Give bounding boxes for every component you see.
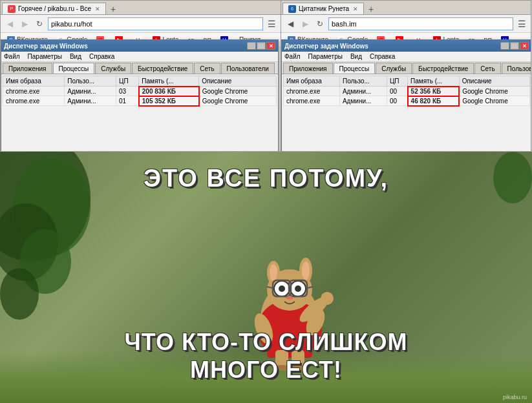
left-p1-user: Админи...: [65, 87, 116, 96]
right-address-bar[interactable]: [328, 17, 513, 30]
left-col-desc[interactable]: Описание: [199, 76, 277, 87]
left-process-table: Имя образа Пользо... ЦП Память (... Опис…: [3, 76, 277, 107]
left-menu-help[interactable]: Справка: [89, 53, 114, 60]
left-tab-label: Горячее / pikabu.ru - Все: [18, 5, 91, 12]
left-taskm-menu: Файл Параметры Вид Справка: [1, 52, 278, 62]
left-p1-desc: Google Chrome: [199, 87, 277, 96]
right-tab-perf[interactable]: Быстродействие: [412, 63, 474, 74]
left-browser-window: P Горячее / pikabu.ru - Все ✕ + ◀ ▶ ↻ ☰ …: [0, 0, 281, 152]
right-col-desc[interactable]: Описание: [459, 76, 529, 87]
right-browser-window: б Цитатник Рунета ✕ + ◀ ▶ ↻ ☰ ВВКонтакте…: [281, 0, 531, 152]
meme-text-bottom: ЧТО КТО-ТО СЛИШКОМ МНОГО ЕСТ!: [0, 328, 532, 384]
table-row: chrome.exe Админи... 03 200 836 КБ Googl…: [3, 87, 277, 96]
right-tab-favicon: б: [288, 5, 296, 13]
right-col-name[interactable]: Имя образа: [284, 76, 340, 87]
left-menu-btn[interactable]: ☰: [265, 17, 278, 30]
right-p2-mem: 46 820 КБ: [408, 96, 460, 106]
left-tab-close[interactable]: ✕: [95, 6, 100, 12]
right-p2-name: chrome.exe: [284, 96, 340, 106]
left-process-table-container: Имя образа Пользо... ЦП Память (... Опис…: [1, 74, 278, 132]
right-tab-services[interactable]: Службы: [376, 63, 412, 74]
left-active-tab[interactable]: P Горячее / pikabu.ru - Все ✕: [2, 3, 106, 14]
right-taskm-menu: Файл Параметры Вид Справка: [282, 52, 531, 62]
right-task-manager: Диспетчер задач Windows _ □ ✕ Файл Парам…: [281, 39, 531, 152]
svg-point-8: [302, 262, 310, 280]
left-tab-users[interactable]: Пользователи: [221, 63, 275, 74]
left-taskm-tabs: Приложения Процессы Службы Быстродействи…: [1, 62, 278, 74]
svg-point-7: [270, 264, 277, 281]
right-taskm-tabs: Приложения Процессы Службы Быстродействи…: [282, 62, 531, 74]
left-menu-view[interactable]: Вид: [70, 53, 81, 60]
left-col-user[interactable]: Пользо...: [65, 76, 116, 87]
right-col-mem[interactable]: Память (...: [408, 76, 460, 87]
right-taskm-title: Диспетчер задач Windows _ □ ✕: [282, 40, 531, 52]
right-menu-help[interactable]: Справка: [370, 53, 395, 60]
left-address-bar[interactable]: [48, 17, 263, 30]
right-tab-bar: б Цитатник Рунета ✕ +: [281, 1, 531, 15]
left-p2-name: chrome.exe: [3, 96, 65, 106]
right-new-tab[interactable]: +: [365, 4, 377, 14]
right-taskm-minimize[interactable]: _: [500, 42, 509, 50]
right-p1-desc: Google Chrome: [459, 87, 529, 96]
table-row: chrome.exe Админи... 01 105 352 КБ Googl…: [3, 96, 277, 106]
left-taskm-close[interactable]: ✕: [266, 42, 275, 50]
svg-point-16: [279, 285, 285, 292]
right-col-cpu[interactable]: ЦП: [387, 76, 407, 87]
meme-text-top: ЭТО ВСЕ ПОТОМУ,: [0, 165, 532, 192]
right-reload-btn[interactable]: ↻: [314, 17, 326, 30]
right-p1-mem: 52 356 КБ: [408, 87, 460, 96]
right-process-table: Имя образа Пользо... ЦП Память (... Опис…: [283, 76, 530, 107]
right-menu-params[interactable]: Параметры: [308, 53, 343, 60]
right-p2-user: Админи...: [339, 96, 387, 106]
svg-point-18: [286, 296, 293, 300]
meme-background: ЭТО ВСЕ ПОТОМУ,: [0, 152, 532, 403]
left-col-mem[interactable]: Память (...: [139, 76, 199, 87]
left-tab-network[interactable]: Сеть: [194, 63, 220, 74]
right-tab-close[interactable]: ✕: [353, 6, 358, 12]
left-col-cpu[interactable]: ЦП: [116, 76, 139, 87]
right-tab-apps[interactable]: Приложения: [283, 63, 333, 74]
left-p2-user: Админи...: [65, 96, 116, 106]
right-tab-processes[interactable]: Процессы: [334, 63, 376, 74]
left-tab-perf[interactable]: Быстродействие: [132, 63, 193, 74]
left-tab-apps[interactable]: Приложения: [3, 63, 52, 74]
right-process-table-container: Имя образа Пользо... ЦП Память (... Опис…: [282, 74, 531, 132]
right-forward-btn[interactable]: ▶: [299, 17, 312, 30]
left-forward-btn[interactable]: ▶: [18, 17, 31, 30]
left-taskm-minimize[interactable]: _: [247, 42, 256, 50]
left-p1-cpu: 03: [116, 87, 139, 96]
right-back-btn[interactable]: ◀: [284, 17, 297, 30]
left-menu-params[interactable]: Параметры: [28, 53, 62, 60]
left-tab-processes[interactable]: Процессы: [53, 63, 95, 74]
right-tab-network[interactable]: Сеть: [474, 63, 500, 74]
right-p2-desc: Google Chrome: [459, 96, 529, 106]
left-new-tab[interactable]: +: [107, 4, 119, 14]
left-menu-file[interactable]: Файл: [4, 53, 20, 60]
left-nav-bar: ◀ ▶ ↻ ☰: [1, 15, 281, 33]
right-menu-btn[interactable]: ☰: [515, 17, 528, 30]
right-tab-users[interactable]: Пользова...: [502, 63, 531, 74]
left-taskm-title: Диспетчер задач Windows _ □ ✕: [1, 40, 278, 52]
right-taskm-title-text: Диспетчер задач Windows: [284, 43, 368, 50]
left-p2-mem: 105 352 КБ: [139, 96, 199, 106]
right-col-user[interactable]: Пользо...: [339, 76, 387, 87]
right-p1-cpu: 00: [387, 87, 407, 96]
left-taskm-controls: _ □ ✕: [247, 42, 275, 50]
right-menu-file[interactable]: Файл: [284, 53, 301, 60]
right-menu-view[interactable]: Вид: [350, 53, 362, 60]
svg-point-22: [321, 292, 334, 305]
right-taskm-close[interactable]: ✕: [520, 42, 529, 50]
left-taskm-maximize[interactable]: □: [257, 42, 266, 50]
right-nav-bar: ◀ ▶ ↻ ☰: [281, 15, 531, 33]
right-active-tab[interactable]: б Цитатник Рунета ✕: [282, 3, 364, 14]
left-tab-favicon: P: [8, 5, 16, 13]
right-p1-name: chrome.exe: [284, 87, 340, 96]
left-reload-btn[interactable]: ↻: [33, 17, 46, 30]
left-col-name[interactable]: Имя образа: [3, 76, 65, 87]
left-tab-services[interactable]: Службы: [95, 63, 131, 74]
left-back-btn[interactable]: ◀: [3, 17, 16, 30]
right-taskm-maximize[interactable]: □: [510, 42, 519, 50]
meme-watermark: pikabu.ru: [503, 394, 527, 400]
meme-section: ЭТО ВСЕ ПОТОМУ,: [0, 152, 532, 403]
left-p2-cpu: 01: [116, 96, 139, 106]
